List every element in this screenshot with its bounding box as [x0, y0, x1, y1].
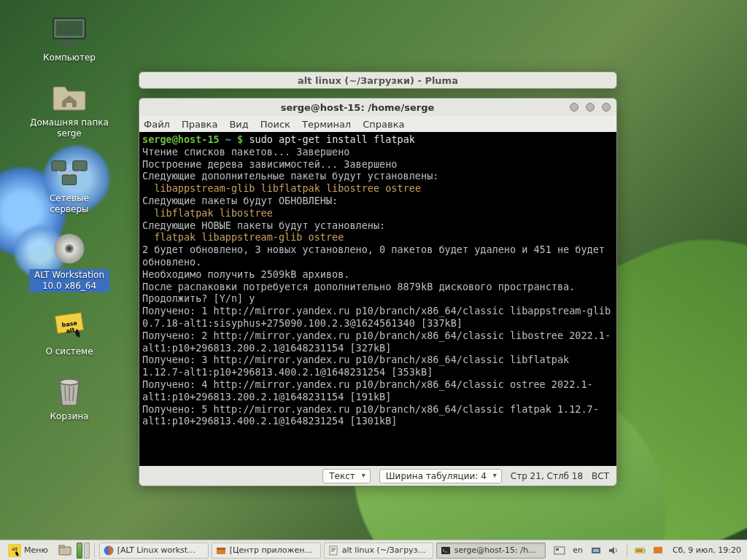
keyboard-layout-indicator[interactable]: en: [571, 545, 584, 556]
close-button[interactable]: [602, 103, 611, 112]
trash-icon: [50, 373, 88, 408]
desktop-icon-label: Домашняя папка serge: [29, 117, 109, 139]
workspace-1[interactable]: [77, 542, 82, 559]
maximize-button[interactable]: [586, 103, 595, 112]
start-menu-button[interactable]: alt Меню: [3, 542, 53, 559]
pluma-statusbar: Текст Ширина табуляции: 4 Стр 21, Стлб 1…: [139, 466, 617, 486]
svg-rect-28: [644, 550, 646, 551]
svg-rect-21: [217, 548, 225, 550]
text-editor-icon: [328, 545, 338, 556]
desktop-icon-label: Компьютер: [29, 52, 109, 63]
alt-logo-icon: alt: [8, 544, 21, 557]
desktop-icons: Компьютер Домашняя папка serge Сетевые с…: [29, 15, 131, 438]
desktop-icon-label: О системе: [29, 346, 109, 357]
updates-tray-icon[interactable]: [652, 545, 664, 556]
svg-rect-22: [330, 546, 337, 555]
alt-badge-icon: basealt: [50, 308, 88, 343]
menu-help[interactable]: Справка: [363, 119, 404, 130]
svg-rect-29: [636, 549, 643, 552]
desktop-icon-label: ALT Workstation 10.0 x86_64: [29, 269, 109, 292]
volume-tray-icon[interactable]: [608, 545, 619, 556]
clock[interactable]: Сб, 9 июл, 19:20: [670, 545, 744, 555]
desktop-icon-network[interactable]: Сетевые серверы: [29, 155, 109, 215]
show-desktop-icon[interactable]: [554, 545, 565, 556]
file-manager-icon: [58, 544, 71, 557]
menu-search[interactable]: Поиск: [260, 119, 290, 130]
battery-tray-icon[interactable]: [635, 545, 646, 556]
firefox-icon: [104, 545, 114, 556]
terminal-menubar: Файл Правка Вид Поиск Терминал Справка: [139, 116, 616, 132]
task-label: [ALT Linux workst…: [117, 545, 196, 555]
svg-rect-30: [654, 547, 662, 553]
taskbar: alt Меню [ALT Linux workst… [Центр прило…: [0, 540, 747, 560]
monitor-icon: [50, 15, 88, 50]
desktop-icon-computer[interactable]: Компьютер: [29, 15, 109, 63]
taskbar-task-terminal[interactable]: serge@host-15: /h…: [436, 542, 546, 559]
minimize-button[interactable]: [570, 103, 578, 112]
app-center-icon: [216, 545, 226, 556]
start-menu-label: Меню: [24, 545, 48, 555]
workspace-switcher[interactable]: [77, 542, 90, 559]
svg-rect-17: [59, 547, 71, 555]
desktop-icon-label: Корзина: [29, 411, 109, 422]
pluma-title: alt linux (~/Загрузки) - Pluma: [139, 74, 616, 88]
svg-rect-26: [592, 548, 600, 553]
terminal-titlebar[interactable]: serge@host-15: /home/serge: [139, 98, 616, 116]
workspace-2[interactable]: [84, 542, 90, 559]
svg-rect-6: [62, 175, 76, 184]
svg-point-14: [60, 379, 79, 385]
taskbar-task-firefox[interactable]: [ALT Linux workst…: [99, 542, 209, 559]
svg-text:alt: alt: [66, 327, 75, 335]
terminal-window: serge@host-15: /home/serge Файл Правка В…: [139, 98, 617, 486]
task-label: serge@host-15: /h…: [454, 545, 536, 555]
svg-rect-5: [73, 161, 87, 171]
svg-rect-1: [56, 21, 82, 36]
separator: [94, 543, 95, 558]
network-servers-icon: [50, 155, 88, 190]
folder-home-icon: [50, 79, 88, 114]
menu-edit[interactable]: Правка: [182, 119, 217, 130]
svg-rect-25: [556, 548, 559, 551]
terminal-icon: [441, 545, 451, 556]
disc-icon: [50, 231, 88, 266]
menu-terminal[interactable]: Терминал: [302, 119, 351, 130]
terminal-title: serge@host-15: /home/serge: [145, 102, 570, 113]
menu-view[interactable]: Вид: [229, 119, 248, 130]
desktop-icon-about[interactable]: basealt О системе: [29, 308, 109, 357]
svg-rect-4: [52, 161, 66, 171]
syntax-mode-dropdown[interactable]: Текст: [322, 469, 371, 483]
menu-file[interactable]: Файл: [144, 119, 170, 130]
svg-point-10: [67, 246, 71, 251]
file-manager-launcher[interactable]: [56, 542, 74, 559]
desktop-icon-disc[interactable]: ALT Workstation 10.0 x86_64: [29, 231, 109, 292]
taskbar-task-appcenter[interactable]: [Центр приложен…: [212, 542, 321, 559]
taskbar-task-pluma[interactable]: alt linux (~/Загруз…: [324, 542, 433, 559]
pluma-window-titlebar[interactable]: alt linux (~/Загрузки) - Pluma: [139, 71, 617, 89]
tab-width-dropdown[interactable]: Ширина табуляции: 4: [379, 469, 502, 483]
desktop-icon-trash[interactable]: Корзина: [29, 373, 109, 422]
svg-rect-2: [65, 40, 74, 44]
task-label: [Центр приложен…: [230, 545, 313, 555]
network-tray-icon[interactable]: [590, 545, 602, 556]
cursor-position: Стр 21, Стлб 18: [511, 471, 583, 481]
desktop-icon-label: Сетевые серверы: [29, 193, 109, 215]
desktop-icon-home[interactable]: Домашняя папка serge: [29, 79, 109, 139]
system-tray: en Сб, 9 июл, 19:20: [554, 543, 744, 558]
separator: [627, 543, 627, 558]
svg-rect-3: [61, 44, 78, 46]
insert-mode: ВСТ: [592, 471, 609, 481]
terminal-output[interactable]: serge@host-15 ~ $ sudo apt-get install f…: [139, 132, 616, 485]
svg-rect-18: [59, 545, 64, 548]
task-label: alt linux (~/Загруз…: [342, 545, 426, 555]
svg-text:alt: alt: [12, 546, 18, 551]
svg-rect-23: [441, 547, 450, 554]
